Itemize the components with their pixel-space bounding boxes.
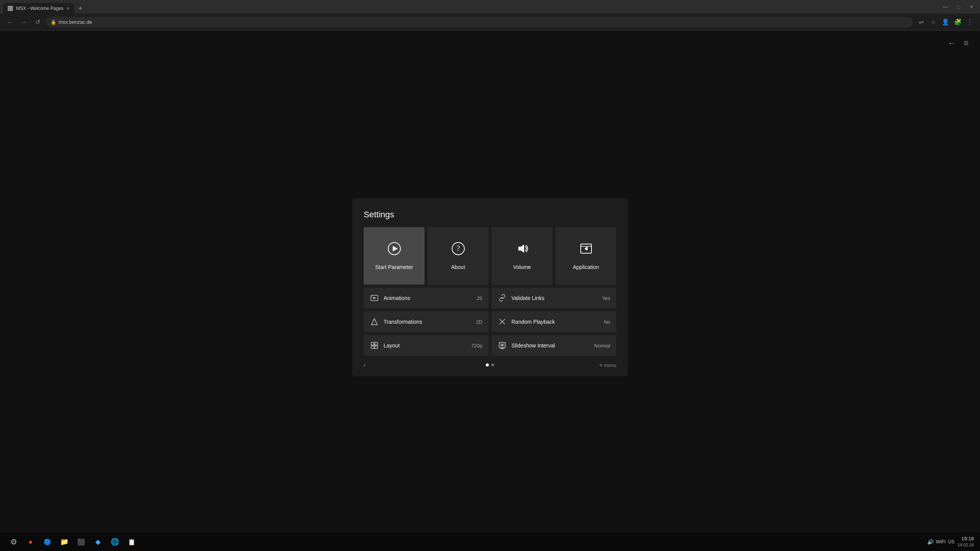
validate-links-label: Validate Links: [511, 295, 598, 301]
svg-marker-6: [585, 247, 588, 251]
taskbar-time-display: 19:18: [957, 535, 974, 542]
panel-footer: ‹ ≡ menu: [364, 361, 616, 369]
dot-1[interactable]: [486, 364, 489, 367]
maximize-btn[interactable]: □: [953, 2, 964, 12]
transformations-value: 2D: [476, 319, 482, 324]
svg-rect-22: [500, 348, 504, 349]
dot-2[interactable]: [491, 364, 494, 367]
pagination-dots: [486, 364, 494, 367]
extensions-btn[interactable]: 🧩: [952, 17, 963, 28]
taskbar-date-display: 14.02.24: [957, 542, 974, 548]
tile-about-label: About: [451, 264, 465, 270]
active-tab[interactable]: MSX - Welcome Pages ×: [3, 3, 74, 14]
tile-start-parameter[interactable]: Start Parameter: [364, 227, 425, 285]
start-parameter-icon: [387, 242, 401, 259]
layout-icon: [370, 342, 379, 349]
volume-taskbar-icon[interactable]: 🔊: [927, 539, 934, 545]
tab-favicon: [8, 6, 13, 11]
settings-title: Settings: [364, 210, 616, 220]
lock-icon: 🔒: [51, 20, 56, 25]
about-icon: ?: [451, 242, 465, 259]
browser-frame: MSX - Welcome Pages × + ─ □ × ← → ↺ 🔒 ms…: [0, 0, 980, 551]
taskbar-terminal-icon[interactable]: ⬛: [74, 534, 89, 549]
url-text: msx.benzac.de: [59, 19, 92, 25]
tile-volume-label: Volume: [513, 264, 531, 270]
prev-page-btn[interactable]: ‹: [364, 362, 366, 368]
taskbar-app2-icon[interactable]: ●: [23, 534, 38, 549]
animations-icon: [370, 294, 379, 302]
tile-application-label: Application: [573, 264, 599, 270]
row-transformations[interactable]: Transformations 2D: [364, 311, 488, 332]
tab-close-btn[interactable]: ×: [67, 5, 70, 11]
minimize-btn[interactable]: ─: [940, 2, 951, 12]
transformations-icon: [370, 318, 379, 326]
menu-link[interactable]: ≡ menu: [599, 362, 616, 368]
tile-about[interactable]: ? About: [428, 227, 488, 285]
validate-links-value: Yes: [602, 295, 610, 301]
lang-icon[interactable]: US: [948, 539, 955, 544]
volume-icon: [515, 242, 529, 259]
random-playback-value: No: [604, 319, 610, 324]
transformations-label: Transformations: [384, 319, 471, 325]
application-icon: [579, 242, 593, 259]
animations-value: JS: [477, 295, 482, 301]
bookmark-btn[interactable]: ☆: [928, 17, 939, 28]
layout-label: Layout: [384, 342, 467, 349]
row-slideshow-interval[interactable]: Slideshow Interval Normal: [492, 335, 616, 356]
svg-rect-17: [371, 346, 374, 349]
network-icon[interactable]: WiFi: [936, 539, 946, 544]
svg-rect-15: [371, 342, 374, 345]
svg-text:?: ?: [456, 244, 460, 253]
tile-start-parameter-label: Start Parameter: [375, 264, 413, 270]
row-random-playback[interactable]: Random Playback No: [492, 311, 616, 332]
taskbar-app3-icon[interactable]: 🔵: [40, 534, 55, 549]
tab-title: MSX - Welcome Pages: [16, 6, 64, 11]
random-playback-icon: [498, 318, 507, 326]
settings-panel: Settings Start Parameter: [352, 198, 628, 377]
close-btn[interactable]: ×: [966, 2, 977, 12]
row-animations[interactable]: Animations JS: [364, 288, 488, 308]
cast-btn[interactable]: ⇌: [916, 17, 926, 28]
taskbar-sys-icons: 🔊 WiFi US: [927, 539, 955, 545]
toolbar-actions: ⇌ ☆ 👤 🧩 ⋮: [916, 17, 975, 28]
tab-strip: MSX - Welcome Pages × +: [3, 0, 86, 14]
refresh-btn[interactable]: ↺: [32, 17, 43, 28]
tiles-grid: Start Parameter ? About: [364, 227, 616, 285]
validate-links-icon: [498, 294, 507, 302]
taskbar-app7-icon[interactable]: 📋: [124, 534, 139, 549]
tile-volume[interactable]: Volume: [492, 227, 552, 285]
svg-marker-4: [518, 245, 524, 253]
taskbar: ⚙ ● 🔵 📁 ⬛ ◆ 🌐 📋 🔊 WiFi US 19:18 14.02.24: [0, 533, 980, 551]
menu-icon: ≡: [599, 362, 603, 368]
profile-btn[interactable]: 👤: [940, 17, 951, 28]
browser-titlebar: MSX - Welcome Pages × + ─ □ ×: [0, 0, 980, 14]
taskbar-files-icon[interactable]: 📁: [57, 534, 72, 549]
back-nav-btn[interactable]: ←: [5, 17, 15, 28]
slideshow-interval-icon: [498, 342, 507, 349]
svg-rect-16: [375, 342, 377, 345]
page-menu-btn[interactable]: ≡: [964, 38, 969, 48]
slideshow-interval-value: Normal: [594, 342, 610, 348]
tile-application[interactable]: Application: [555, 227, 616, 285]
menu-label: menu: [604, 362, 616, 368]
row-validate-links[interactable]: Validate Links Yes: [492, 288, 616, 308]
taskbar-browser-icon[interactable]: 🌐: [107, 534, 122, 549]
taskbar-steam-icon[interactable]: ⚙: [6, 534, 21, 549]
animations-label: Animations: [384, 295, 472, 301]
address-bar[interactable]: 🔒 msx.benzac.de: [46, 17, 913, 28]
forward-nav-btn[interactable]: →: [18, 17, 29, 28]
taskbar-clock[interactable]: 19:18 14.02.24: [957, 535, 974, 548]
more-btn[interactable]: ⋮: [965, 17, 975, 28]
svg-marker-10: [373, 297, 376, 299]
svg-rect-18: [375, 346, 377, 349]
page-back-btn[interactable]: ←: [947, 38, 956, 48]
page-content: ← ≡ Settings Start Parameter: [0, 31, 980, 551]
svg-marker-1: [393, 246, 398, 251]
new-tab-btn[interactable]: +: [75, 3, 86, 14]
layout-value: 720p: [471, 342, 482, 348]
taskbar-right: 🔊 WiFi US 19:18 14.02.24: [927, 535, 974, 548]
row-layout[interactable]: Layout 720p: [364, 335, 488, 356]
slideshow-interval-label: Slideshow Interval: [511, 342, 590, 349]
browser-toolbar: ← → ↺ 🔒 msx.benzac.de ⇌ ☆ 👤 🧩 ⋮: [0, 14, 980, 31]
taskbar-app5-icon[interactable]: ◆: [90, 534, 106, 549]
